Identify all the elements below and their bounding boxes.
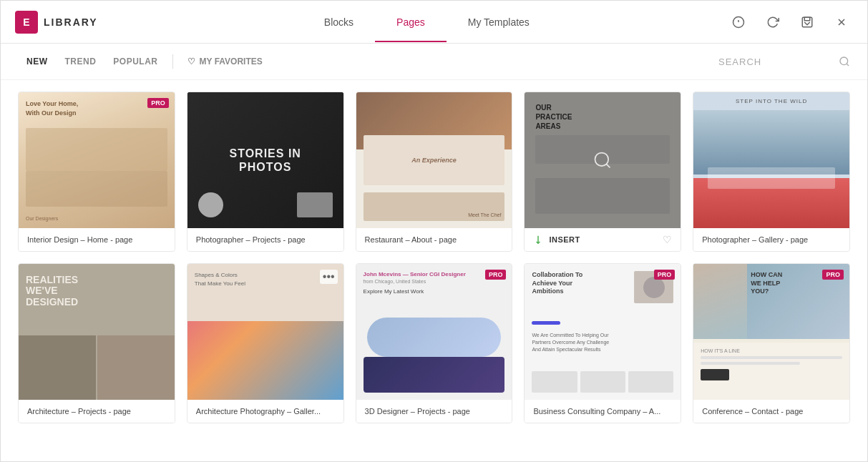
card-3d-designer[interactable]: PRO John Mcevins — Senior CGI Designer f… xyxy=(356,263,513,423)
download-icon xyxy=(533,235,543,245)
template-grid: PRO Love Your Home,With Our Design Our D… xyxy=(18,92,850,423)
elementor-logo: E xyxy=(15,11,38,34)
card-label: Interior Design – Home - page xyxy=(19,228,175,251)
pro-badge: PRO xyxy=(485,270,507,280)
card-photographer-gallery[interactable]: STEP INTO THE WILD Photographer – Galler… xyxy=(693,92,850,252)
filter-divider xyxy=(172,54,173,69)
card-thumb: STEP INTO THE WILD xyxy=(693,92,849,228)
search-input[interactable] xyxy=(718,56,833,67)
card-thumb: HOW CANWE HELPYOU? HOW IT'S A LINE xyxy=(693,264,849,400)
card-conference-contact[interactable]: PRO HOW CANWE HELPYOU? HOW IT'S A LINE xyxy=(693,263,850,423)
card-photographer-projects[interactable]: STORIES IN PHOTOS Photographer – Project… xyxy=(187,92,344,252)
filter-trend[interactable]: TREND xyxy=(57,52,105,71)
card-label: Photographer – Gallery - page xyxy=(693,228,849,251)
logo-area: E LIBRARY xyxy=(15,11,98,34)
card-label: Architecture – Projects - page xyxy=(19,400,175,423)
card-architecture-projects[interactable]: REALITIESWE'VEDESIGNED Architecture – Pr… xyxy=(18,263,175,423)
card-thumb: Love Your Home,With Our Design Our Desig… xyxy=(19,92,175,228)
tab-pages[interactable]: Pages xyxy=(375,4,447,42)
card-practice-areas[interactable]: OURPRACTICEAREAS INSERT ♡ xyxy=(524,92,681,252)
svg-point-9 xyxy=(595,153,609,167)
card-thumb: STORIES IN PHOTOS xyxy=(187,92,343,228)
library-title: LIBRARY xyxy=(44,16,98,28)
header-actions xyxy=(727,11,853,34)
search-icon[interactable] xyxy=(839,56,850,67)
card-label: Restaurant – About - page xyxy=(356,228,512,251)
card-thumb: OURPRACTICEAREAS xyxy=(525,92,681,228)
search-area xyxy=(718,56,850,67)
insert-text[interactable]: INSERT xyxy=(549,235,657,244)
nav-tabs: Blocks Pages My Templates xyxy=(127,3,727,41)
card-thumb: John Mcevins — Senior CGI Designer from … xyxy=(356,264,512,400)
svg-rect-4 xyxy=(804,17,810,21)
card-interior-design[interactable]: PRO Love Your Home,With Our Design Our D… xyxy=(18,92,175,252)
card-label: Architecture Photography – Galler... xyxy=(187,400,343,423)
card-thumb: An Experience Meet The Chef xyxy=(356,92,512,228)
template-grid-area: PRO Love Your Home,With Our Design Our D… xyxy=(1,80,867,461)
card-architecture-photography[interactable]: ••• Shapes & ColorsThat Make You Feel Ar… xyxy=(187,263,344,423)
filter-favorites[interactable]: ♡ MY FAVORITES xyxy=(179,52,271,71)
filter-bar: NEW TREND POPULAR ♡ MY FAVORITES xyxy=(1,44,867,80)
card-thumb: REALITIESWE'VEDESIGNED xyxy=(19,264,175,400)
tab-my-templates[interactable]: My Templates xyxy=(447,4,551,42)
card-thumb: Shapes & ColorsThat Make You Feel xyxy=(187,264,343,400)
svg-point-7 xyxy=(840,57,848,65)
pro-badge: PRO xyxy=(654,270,676,280)
pro-badge: PRO xyxy=(822,270,844,280)
insert-row: INSERT ♡ xyxy=(525,228,681,251)
card-label: Conference – Contact - page xyxy=(693,400,849,423)
card-label: 3D Designer – Projects - page xyxy=(356,400,512,423)
filter-popular[interactable]: POPULAR xyxy=(104,52,166,71)
card-business-consulting[interactable]: PRO Collaboration ToAchieve YourAmbition… xyxy=(524,263,681,423)
library-modal: E LIBRARY Blocks Pages My Templates NE xyxy=(0,0,868,462)
card-label: Photographer – Projects - page xyxy=(187,228,343,251)
heart-icon: ♡ xyxy=(187,56,195,67)
card-thumb: Collaboration ToAchieve YourAmbitions We… xyxy=(525,264,681,400)
header: E LIBRARY Blocks Pages My Templates xyxy=(1,1,867,44)
favorite-icon[interactable]: ♡ xyxy=(663,234,672,245)
more-options-icon[interactable]: ••• xyxy=(320,270,338,284)
svg-line-8 xyxy=(847,64,849,66)
pro-badge: PRO xyxy=(147,98,169,108)
svg-line-10 xyxy=(607,164,610,167)
card-restaurant-about[interactable]: An Experience Meet The Chef Restaurant –… xyxy=(356,92,513,252)
save-button[interactable] xyxy=(796,11,819,34)
close-button[interactable] xyxy=(830,11,853,34)
info-button[interactable] xyxy=(727,11,750,34)
card-label: Business Consulting Company – A... xyxy=(525,400,681,423)
filter-new[interactable]: NEW xyxy=(18,52,57,71)
tab-blocks[interactable]: Blocks xyxy=(303,4,375,42)
refresh-button[interactable] xyxy=(761,11,784,34)
